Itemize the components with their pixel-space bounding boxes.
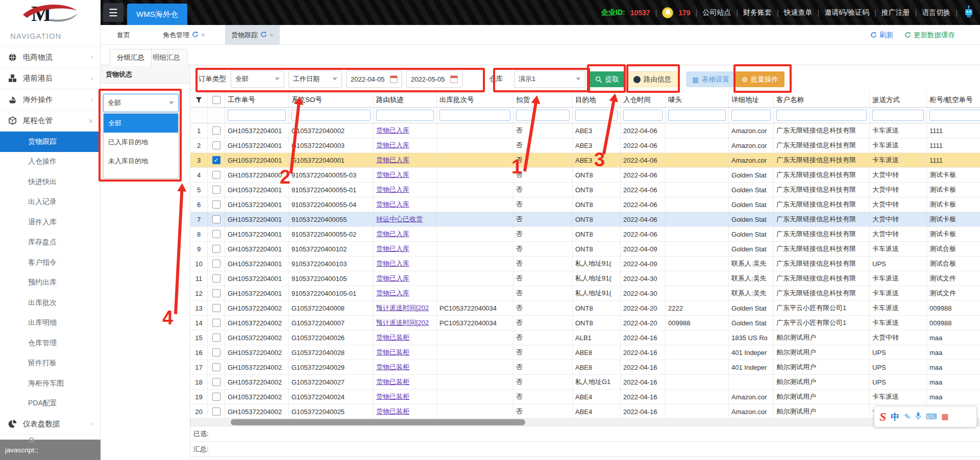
route-track-link[interactable]: 预计派送时间[202 [376,303,429,313]
route-track-link[interactable]: 货物已装柜 [376,407,409,416]
column-header-5[interactable]: 扣货 [513,92,573,108]
row-checkbox[interactable] [212,393,220,401]
status-option-1[interactable]: 全部 [104,114,178,133]
column-header-9[interactable]: 详细地址 [729,92,774,108]
route-track-link[interactable]: 货物已入库 [376,229,409,239]
column-filter-input-11[interactable] [872,110,924,121]
column-header-7[interactable]: 入仓时间 [621,92,666,108]
sogou-logo-icon[interactable]: S [879,410,886,424]
sidebar-item-出库明细[interactable]: 出库明细 [0,313,100,334]
route-track-link[interactable]: 货物已入库 [376,200,409,209]
column-filter-input-2[interactable] [291,110,371,121]
sidebar-item-客户指令[interactable]: 客户指令 [0,252,100,273]
column-header-10[interactable]: 客户名称 [774,92,870,108]
column-filter-input-10[interactable] [776,110,867,121]
microphone-icon[interactable] [915,412,921,421]
sidebar-item-出入记录[interactable]: 出入记录 [0,192,100,213]
order-type-select[interactable]: 全部 [231,70,284,88]
keyboard-icon[interactable]: ⌨ [926,412,937,421]
row-checkbox[interactable] [212,319,220,327]
column-filter-input-1[interactable] [228,110,286,121]
sidebar-item-出库批次[interactable]: 出库批次 [0,293,100,313]
sidebar-section-1[interactable]: 电商物流‹ [0,47,100,68]
sidebar-section-2[interactable]: 港前港后‹ [0,68,100,90]
tab-refresh-icon[interactable] [192,31,199,39]
status-option-2[interactable]: 已入库目的地 [104,133,178,151]
route-track-link[interactable]: 货物已入库 [376,244,409,253]
apps-grid-icon[interactable]: ▦ [942,412,949,421]
row-checkbox[interactable] [212,200,220,209]
pencil-icon[interactable]: ✎ [904,412,911,421]
sidebar-item-入仓操作[interactable]: 入仓操作 [0,152,100,172]
date-type-select[interactable]: 工作日期 [288,70,342,88]
route-track-link[interactable]: 货物已入库 [376,274,409,283]
sidebar-section-4[interactable]: 尾程仓管∨ [0,111,100,132]
table-settings-button[interactable]: ▦ 表格设置 [686,71,736,87]
row-checkbox[interactable] [212,260,220,268]
column-filter-input-12[interactable] [929,110,980,121]
top-link-promo-register[interactable]: 推广注册 [881,8,910,17]
route-track-link[interactable]: 货物已装柜 [376,333,409,342]
route-track-link[interactable]: 货物已入库 [376,170,409,180]
column-header-1[interactable]: 工作单号 [225,92,289,108]
row-checkbox[interactable] [212,378,220,386]
column-filter-input-9[interactable] [731,110,771,121]
route-track-link[interactable]: 货物已装柜 [376,363,409,372]
sidebar-item-仓库管理[interactable]: 仓库管理 [0,333,100,353]
column-header-6[interactable]: 目的地 [573,92,621,108]
column-filter-input-7[interactable] [623,110,663,121]
document-tab-1[interactable]: 首页 [111,25,136,45]
tab-detail-summary[interactable]: 明细汇总 [145,49,187,66]
sidebar-item-退件入库[interactable]: 退件入库 [0,212,100,233]
row-checkbox[interactable] [212,186,220,194]
route-track-link[interactable]: 预计派送时间[202 [376,318,429,327]
notification-bell-icon[interactable] [662,7,673,18]
sidebar-item-库存盘点[interactable]: 库存盘点 [0,233,100,253]
sidebar-item-PDA配置[interactable]: PDA配置 [0,394,100,414]
filter-funnel-icon[interactable] [190,92,208,108]
row-checkbox[interactable] [212,304,220,312]
column-filter-input-4[interactable] [439,110,510,121]
row-checkbox[interactable] [212,407,220,416]
update-cache-button[interactable]: 更新数据缓存 [904,25,955,45]
notification-count[interactable]: 179 [678,9,690,17]
column-filter-input-6[interactable] [575,110,618,121]
row-checkbox[interactable] [212,363,220,371]
route-track-link[interactable]: 货物已装柜 [376,392,409,401]
row-checkbox[interactable] [212,274,220,283]
sidebar-item-快进快出[interactable]: 快进快出 [0,172,100,192]
top-link-express-query[interactable]: 快速查单 [784,8,813,17]
tab-group-summary[interactable]: 分组汇总 [110,49,152,66]
row-checkbox[interactable] [212,141,220,149]
route-track-link[interactable]: 转运中心已收货 [376,215,423,224]
route-track-link[interactable]: 货物已入库 [376,141,409,150]
row-checkbox[interactable]: ✓ [212,156,220,164]
row-checkbox[interactable] [212,171,220,179]
menu-toggle-button[interactable]: ☰ [103,3,124,22]
column-header-2[interactable]: 系统SO号 [289,92,374,108]
row-checkbox[interactable] [212,348,220,356]
extract-button[interactable]: 提取 [589,71,625,87]
sidebar-section-5[interactable]: 仪表盘数据‹ [0,414,100,435]
column-filter-input-3[interactable] [376,110,434,121]
route-track-link[interactable]: 货物已入库 [376,185,409,194]
batch-operations-button[interactable]: ⚙ 批量操作 [736,71,785,87]
warehouse-select[interactable]: 演示1 [514,70,585,88]
horizontal-scrollbar-thumb[interactable] [231,419,525,425]
column-filter-input-5[interactable] [516,110,570,121]
row-checkbox[interactable] [212,230,220,238]
route-track-link[interactable]: 货物已装柜 [376,377,409,387]
ime-language-indicator[interactable]: 中 [891,411,899,423]
row-checkbox[interactable] [212,215,220,223]
row-checkbox[interactable] [212,334,220,342]
sidebar-item-海柜停车图[interactable]: 海柜停车图 [0,373,100,394]
column-header-4[interactable]: 出库批次号 [437,92,513,108]
sidebar-item-留件打板[interactable]: 留件打板 [0,353,100,374]
document-tab-3[interactable]: 货物跟踪× [225,25,280,45]
status-option-3[interactable]: 未入库目的地 [104,151,178,170]
column-header-11[interactable]: 派送方式 [870,92,927,108]
top-link-language-switch[interactable]: 语言切换 [922,8,950,17]
route-track-link[interactable]: 货物已入库 [376,289,409,298]
tab-close-icon[interactable]: × [270,31,274,39]
column-filter-input-8[interactable] [668,110,726,121]
